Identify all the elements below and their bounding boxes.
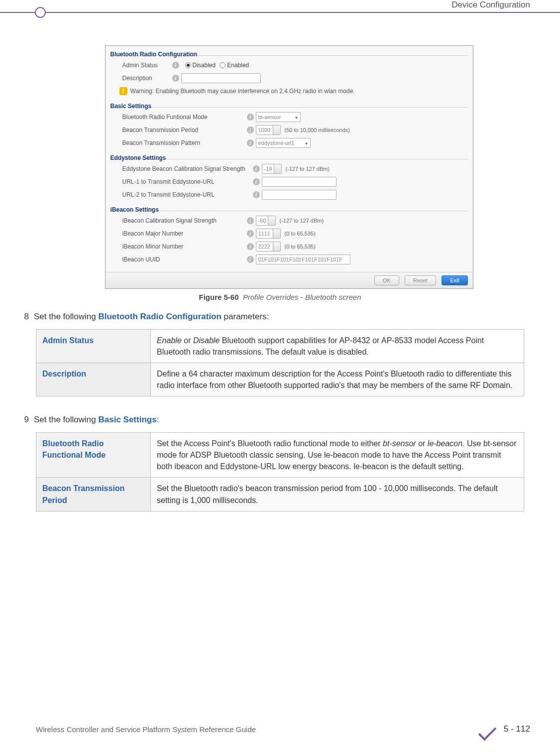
enabled-label: Enabled [227,62,249,69]
eddy-cal-label: Eddystone Beacon Calibration Signal Stre… [122,165,253,172]
footer-title: Wireless Controller and Service Platform… [36,725,256,734]
figure-title: Profile Overrides - Bluetooth screen [243,293,361,301]
table-basic-settings: Bluetooth Radio Functional Mode Set the … [36,432,524,511]
step-number: 8 [22,310,34,323]
ib-major-hint: (0 to 65,535) [285,231,316,237]
section-title: Device Configuration [451,0,530,10]
table-row: Bluetooth Radio Functional Mode Set the … [36,432,524,478]
page-header: Device Configuration [0,0,560,13]
functional-mode-label: Bluetooth Radio Funtional Mode [122,114,247,121]
checkmark-icon [477,720,495,738]
param-desc: Define a 64 character maximum descriptio… [151,363,524,396]
table-row: Admin Status Enable or Disable Bluetooth… [36,329,524,363]
url1-label: URL-1 to Transmit Eddystone-URL [122,178,253,185]
param-name: Admin Status [36,329,151,363]
page-number: 5 - 112 [504,724,530,734]
disabled-label: Disabled [193,62,216,69]
figure-number: Figure 5-60 [199,293,239,301]
functional-mode-select[interactable]: bt-sensor [256,112,301,122]
eddy-cal-hint: (-127 to 127 dBm) [286,166,330,172]
radio-disabled[interactable] [185,62,191,68]
ib-major-input[interactable]: 1111 [256,229,281,239]
info-icon[interactable]: i [247,256,254,263]
info-icon[interactable]: i [247,114,254,121]
info-icon[interactable]: i [253,191,260,198]
ib-minor-label: iBeacon Minor Number [122,243,247,250]
ib-cal-input[interactable]: -60 [256,216,276,226]
admin-status-label: Admin Status [122,62,172,69]
ib-major-label: iBeacon Major Number [122,230,247,237]
eddystone-legend: Eddystone Settings [111,152,468,162]
header-ornament [35,7,46,18]
ib-minor-input[interactable]: 2222 [256,242,281,252]
url1-input[interactable] [262,177,336,187]
param-name: Bluetooth Radio Functional Mode [36,432,151,478]
info-icon[interactable]: i [247,139,254,146]
param-name: Description [36,363,151,396]
reset-button[interactable]: Reset [405,275,436,285]
ib-cal-hint: (-127 to 127 dBm) [280,218,324,224]
beacon-period-input[interactable]: 1000 [256,125,281,135]
ibeacon-legend: iBeacon Settings [111,204,468,214]
warning-text: Warning: Enabling Bluetooth may cause in… [130,88,355,95]
url2-label: URL-2 to Transmit Eddystone-URL [122,191,253,198]
beacon-period-label: Beacon Transmission Period [122,126,247,133]
step-9: 9Set the following Basic Settings: [36,413,524,426]
beacon-pattern-label: Beacon Transmission Pattern [122,139,247,146]
info-icon[interactable]: i [247,230,254,237]
param-desc: Enable or Disable Bluetooth support capa… [151,329,524,363]
figure-caption: Figure 5-60 Profile Overrides - Bluetoot… [36,293,524,301]
info-icon[interactable]: i [247,243,254,250]
info-icon[interactable]: i [253,178,260,185]
param-desc: Set the Access Point's Bluetooth radio f… [151,432,524,478]
table-bluetooth-radio-config: Admin Status Enable or Disable Bluetooth… [36,329,524,397]
beacon-period-hint: (50 to 10,000 milliseconds) [285,127,350,133]
ib-uuid-label: iBeacon UUID [122,256,247,263]
step-number: 9 [22,413,34,426]
ok-button[interactable]: OK [374,275,399,285]
param-name: Beacon Transmission Period [36,478,151,511]
table-row: Description Define a 64 character maximu… [36,363,524,396]
eddy-cal-input[interactable]: -19 [262,164,282,174]
radio-enabled[interactable] [220,62,225,68]
bluetooth-screenshot: Bluetooth Radio Configuration Admin Stat… [105,45,473,289]
info-icon[interactable]: i [172,62,179,69]
ib-minor-hint: (0 to 65,535) [285,244,316,250]
ib-cal-label: iBeacon Calibration Signal Strength [122,217,247,224]
info-icon[interactable]: i [172,75,179,82]
exit-button[interactable]: Exit [442,275,467,285]
info-icon[interactable]: i [247,126,254,133]
warning-icon: ! [119,87,127,95]
beacon-pattern-select[interactable]: eddystone-url1 [256,138,311,148]
param-desc: Set the Bluetooth radio's beacon transmi… [151,478,524,511]
dialog-footer: OK Reset Exit [106,272,473,288]
info-icon[interactable]: i [253,165,260,172]
description-label: Description [122,75,172,82]
description-input[interactable] [181,73,261,83]
info-icon[interactable]: i [247,217,254,224]
brc-legend: Bluetooth Radio Configuration [111,49,468,59]
ib-uuid-input[interactable]: 01F101F101F101F101F101F101F [256,254,350,264]
page-footer: Wireless Controller and Service Platform… [36,720,530,738]
table-row: Beacon Transmission Period Set the Bluet… [36,478,524,511]
step-8: 8Set the following Bluetooth Radio Confi… [36,310,524,323]
url2-input[interactable] [262,190,336,200]
basic-legend: Basic Settings [111,101,468,111]
